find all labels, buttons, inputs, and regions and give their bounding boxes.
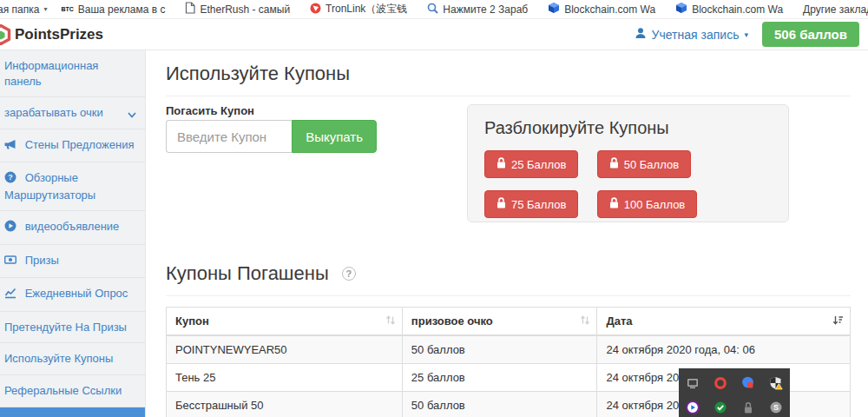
other-bookmarks-label: Другие закладки (803, 3, 868, 16)
monitor-icon[interactable] (686, 376, 700, 390)
coupon-input[interactable] (166, 120, 292, 153)
btc-icon: BTC (61, 6, 73, 12)
sort-descending-icon (832, 314, 844, 328)
bookmark-label: Ваша реклама в с (78, 3, 166, 16)
blockchain-cube-icon (548, 2, 560, 17)
sidebar-item-video-ads[interactable]: видеообъявление (0, 211, 145, 245)
money-icon (4, 254, 16, 270)
table-row[interactable]: POINTYNEWYEAR50 50 баллов 24 октября 202… (167, 335, 851, 364)
brand-name: PointsPrizes (15, 26, 103, 43)
svg-text:S: S (773, 403, 779, 412)
blockchain-cube-icon (675, 2, 687, 17)
lock-icon (496, 197, 506, 211)
play-circle-icon (4, 220, 16, 236)
sidebar-item-label: Используйте Купоны (4, 352, 113, 365)
bookmark-label: ая папка (0, 3, 39, 16)
redeem-coupon-form: Выкупать (166, 120, 377, 153)
sidebar-item-offer-walls[interactable]: Стены Предложения (0, 129, 145, 163)
site-header: PointsPrizes Учетная запись ▾ 506 баллов (0, 19, 868, 50)
bonus-account-email: fo*****@gmail.com (0, 414, 140, 417)
help-icon[interactable]: ? (342, 267, 356, 281)
column-header-date[interactable]: Дата (597, 308, 851, 336)
redeem-button[interactable]: Выкупать (292, 120, 377, 153)
unlock-button-label: 25 Баллов (511, 158, 566, 171)
column-header-label: Дата (606, 314, 632, 328)
column-header-label: Купон (175, 314, 209, 328)
column-header-coupon[interactable]: Купон (167, 308, 403, 336)
cell-points: 50 баллов (402, 335, 597, 364)
app-blue-red-icon[interactable] (741, 376, 755, 390)
unlock-75-points-button[interactable]: 75 Баллов (484, 190, 578, 218)
lock-icon (609, 197, 619, 211)
column-header-points[interactable]: призовое очко (402, 308, 597, 336)
search-icon (427, 3, 438, 17)
user-icon (635, 27, 647, 42)
bookmark-item[interactable]: Blockchain.com Wa (548, 2, 655, 17)
cell-points: 50 баллов (402, 392, 597, 417)
column-header-label: призовое очко (411, 314, 493, 328)
bookmark-item[interactable]: Blockchain.com Wa (675, 2, 783, 17)
sidebar-nav: Информационная панель зарабатывать очки … (0, 50, 146, 417)
other-bookmarks-button[interactable]: Другие закладки ▾ (803, 3, 868, 16)
unlock-button-label: 100 Баллов (624, 198, 686, 211)
sidebar-item-label: видеообъявление (25, 220, 120, 233)
unlock-coupons-card: Разблокируйте Купоны 25 Баллов 50 Баллов… (467, 104, 789, 222)
sidebar-item-daily-poll[interactable]: Ежедневный Опрос (0, 278, 145, 312)
megaphone-icon (4, 138, 16, 155)
sidebar-item-prizes[interactable]: Призы (0, 245, 145, 279)
lock-icon (609, 157, 619, 171)
media-player-icon[interactable] (686, 400, 700, 414)
shield-warning-icon[interactable] (769, 376, 783, 390)
bonus-account-item[interactable]: fo*****@gmail.com Offer Bonus Points (0, 407, 145, 417)
sidebar-item-label: Стены Предложения (25, 138, 135, 151)
bookmark-item[interactable]: Нажмите 2 Зараб (427, 3, 528, 17)
account-menu[interactable]: Учетная запись ▾ (635, 27, 748, 42)
sidebar-item-survey-routers[interactable]: ? Обзорные Маршрутизаторы (0, 162, 145, 211)
system-tray-popup: S (679, 368, 790, 417)
points-balance-badge[interactable]: 506 баллов (762, 22, 859, 47)
sidebar-item-earn-points[interactable]: зарабатывать очки (0, 97, 145, 129)
antivirus-check-icon[interactable] (713, 400, 727, 414)
sort-both-icon (580, 314, 590, 328)
brand-logo[interactable]: PointsPrizes (0, 24, 103, 45)
bookmark-item[interactable]: BTC Ваша реклама в с (61, 3, 165, 16)
account-label: Учетная запись (652, 28, 740, 42)
redeemed-coupons-title: Купоны Погашены ? (166, 262, 851, 296)
sidebar-item-claim-prizes[interactable]: Претендуйте На Призы (0, 312, 145, 344)
cell-coupon: POINTYNEWYEAR50 (167, 335, 403, 364)
cell-coupon: Бесстрашный 50 (167, 392, 403, 417)
skype-icon[interactable]: S (769, 400, 783, 414)
bookmark-folder[interactable]: ая папка ▾ (0, 3, 47, 16)
cell-coupon: Тень 25 (167, 364, 403, 392)
sidebar-item-label: Ежедневный Опрос (25, 287, 128, 300)
sidebar-item-label: Реферальные Ссылки (4, 384, 122, 397)
chart-line-icon (4, 287, 16, 303)
unlock-50-points-button[interactable]: 50 Баллов (597, 150, 691, 178)
bookmark-item[interactable]: EtherRush - самый (185, 2, 290, 17)
bookmark-label: Нажмите 2 Зараб (443, 3, 528, 16)
redeemed-coupons-title-text: Купоны Погашены (166, 262, 329, 284)
page-icon (185, 2, 195, 17)
unlock-button-label: 75 Баллов (511, 198, 566, 211)
page-title: Используйте Купоны (166, 63, 851, 96)
bookmark-label: Blockchain.com Wa (564, 3, 655, 16)
bookmark-item[interactable]: TronLink（波宝钱 (310, 2, 407, 17)
sidebar-item-dashboard[interactable]: Информационная панель (0, 50, 145, 97)
chevron-down-icon (128, 107, 136, 122)
sidebar-item-use-coupons[interactable]: Используйте Купоны (0, 343, 145, 375)
opera-icon[interactable] (713, 376, 727, 390)
unlock-100-points-button[interactable]: 100 Баллов (597, 190, 698, 218)
unlock-25-points-button[interactable]: 25 Баллов (484, 150, 578, 178)
sidebar-item-label: Информационная панель (4, 59, 98, 88)
bookmark-label: EtherRush - самый (200, 3, 290, 16)
question-circle-icon: ? (4, 171, 16, 188)
lock-icon[interactable] (741, 400, 755, 414)
sidebar-item-label: Претендуйте На Призы (4, 321, 127, 334)
sidebar-item-label: зарабатывать очки (4, 106, 103, 119)
table-header-row: Купон призовое очко Дата (167, 308, 851, 336)
sidebar-item-referral-links[interactable]: Реферальные Ссылки (0, 375, 145, 407)
sidebar-item-label: Призы (25, 254, 59, 267)
cell-points: 25 баллов (402, 364, 597, 392)
unlock-coupons-title: Разблокируйте Купоны (484, 118, 772, 138)
svg-text:?: ? (8, 173, 13, 182)
